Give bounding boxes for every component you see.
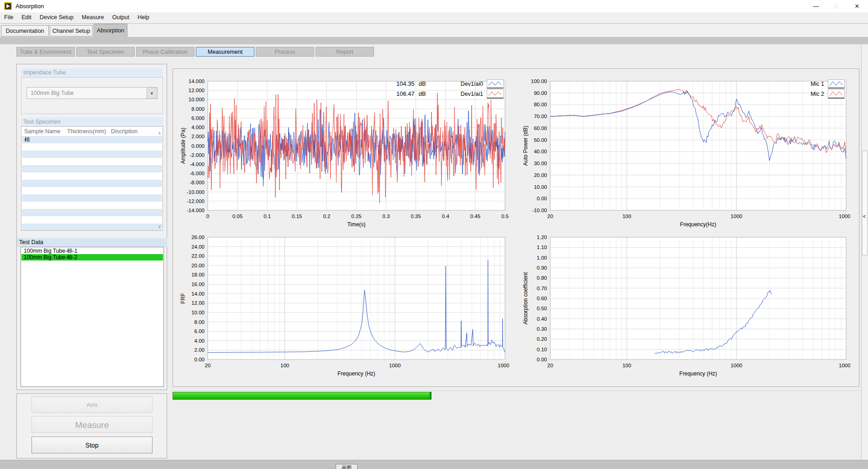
svg-text:26.00: 26.00	[191, 234, 205, 240]
svg-text:20.00: 20.00	[191, 263, 205, 268]
svg-text:2.00: 2.00	[195, 347, 205, 353]
col-discription: Discription	[111, 127, 137, 136]
svg-text:Absorption coefficient: Absorption coefficient	[522, 272, 529, 324]
table-row[interactable]	[22, 187, 162, 194]
svg-text:4.00: 4.00	[195, 338, 205, 344]
svg-text:20.00: 20.00	[534, 172, 547, 178]
time-waveform-chart: 14.00012.00010.0008.0006.0004.0002.0000.…	[179, 75, 509, 230]
svg-text:24.00: 24.00	[191, 244, 205, 250]
col-sample-name: Sample Name	[24, 127, 60, 136]
svg-text:1000: 1000	[731, 363, 742, 368]
table-row[interactable]	[22, 143, 162, 151]
table-row[interactable]	[22, 180, 162, 187]
svg-text:0.00: 0.00	[537, 357, 547, 362]
tab-channel-setup[interactable]: Channel Setup	[50, 25, 93, 36]
table-row[interactable]	[22, 194, 162, 202]
readout-value: 104.35	[396, 80, 415, 87]
svg-text:4.000: 4.000	[191, 125, 205, 130]
svg-text:0.60: 0.60	[537, 296, 547, 301]
minimize-button[interactable]: —	[806, 0, 826, 12]
subtab-test-specimen[interactable]: Test Specimen	[76, 47, 135, 57]
menu-file[interactable]: File	[0, 12, 17, 24]
svg-text:10000: 10000	[839, 363, 850, 368]
table-row[interactable]: 棉	[22, 136, 162, 143]
page-scrollbar-thumb[interactable]	[862, 151, 868, 255]
legend-plot-icon	[828, 79, 845, 89]
svg-text:0.45: 0.45	[470, 214, 480, 219]
page-scrollbar[interactable]: <	[861, 44, 868, 460]
svg-text:10000: 10000	[839, 214, 850, 219]
svg-text:40.00: 40.00	[534, 149, 547, 154]
svg-text:0.80: 0.80	[537, 275, 547, 281]
svg-text:0.2: 0.2	[323, 214, 330, 219]
svg-text:-10.000: -10.000	[187, 189, 205, 195]
measure-button[interactable]: Measure	[32, 416, 153, 433]
list-item[interactable]: 100mm Big Tube-棉-2	[21, 254, 163, 261]
svg-text:30.00: 30.00	[534, 161, 547, 166]
subtab-process[interactable]: Process	[256, 47, 314, 57]
bottom-tab-paint[interactable]: 画图	[336, 464, 358, 469]
svg-text:60.00: 60.00	[534, 125, 547, 131]
svg-text:10000: 10000	[498, 363, 509, 368]
subtab-phase-calibration[interactable]: Phase Calibration	[136, 47, 195, 57]
app-icon	[4, 2, 12, 10]
stop-button[interactable]: Stop	[32, 437, 153, 453]
table-row[interactable]	[22, 216, 162, 224]
subtab-report[interactable]: Report	[316, 47, 374, 57]
title-bar: Absorption — □ ✕	[0, 0, 868, 12]
dropdown-arrow-icon[interactable]: ▼	[147, 88, 157, 99]
impedance-tube-value: 100mm Big Tube	[31, 90, 74, 96]
svg-text:18.00: 18.00	[191, 272, 205, 277]
col-thickness: Thickness(mm)	[67, 127, 106, 136]
table-row[interactable]	[22, 165, 162, 172]
maximize-button[interactable]: □	[826, 0, 846, 12]
legend-readout: 104.35dB	[396, 80, 426, 87]
arm-button[interactable]: Arm	[32, 396, 153, 413]
svg-text:1.10: 1.10	[537, 245, 547, 250]
subtab-measurement[interactable]: Measurement	[196, 47, 254, 57]
table-row[interactable]	[22, 209, 162, 216]
svg-text:80.00: 80.00	[534, 102, 547, 107]
svg-text:0.20: 0.20	[537, 336, 547, 342]
svg-text:0.90: 0.90	[537, 265, 547, 271]
impedance-tube-dropdown[interactable]: 100mm Big Tube ▼	[26, 87, 158, 99]
svg-text:1.00: 1.00	[537, 255, 547, 261]
svg-text:-14.000: -14.000	[187, 208, 205, 213]
legend-label: Dev1/ai1	[437, 91, 483, 97]
svg-text:8.000: 8.000	[191, 106, 205, 112]
tab-absorption[interactable]: Absorption	[94, 24, 127, 37]
svg-text:Auto Power (dB): Auto Power (dB)	[522, 125, 529, 166]
svg-text:0.000: 0.000	[191, 143, 205, 149]
collapse-left-icon[interactable]: <	[863, 214, 866, 219]
svg-text:Amplitude (Pa): Amplitude (Pa)	[180, 128, 186, 164]
svg-text:0.4: 0.4	[442, 214, 450, 219]
svg-text:20: 20	[205, 363, 211, 368]
svg-text:Frequency(Hz): Frequency(Hz)	[680, 221, 716, 228]
table-row[interactable]	[22, 202, 162, 209]
svg-text:100: 100	[622, 214, 631, 219]
svg-text:-10.00: -10.00	[532, 208, 547, 213]
test-specimen-table[interactable]: Sample Name Thickness(mm) Discription ∧ …	[21, 126, 163, 231]
legend-label: Mic 2	[779, 91, 824, 97]
menu-help[interactable]: Help	[133, 12, 153, 24]
table-row[interactable]	[22, 172, 162, 180]
test-data-list[interactable]: 100mm Big Tube-棉-1100mm Big Tube-棉-2	[21, 247, 164, 387]
list-item[interactable]: 100mm Big Tube-棉-1	[21, 248, 163, 254]
menu-device-setup[interactable]: Device Setup	[36, 12, 78, 24]
subtab-tube-environment[interactable]: Tube & Environment	[16, 47, 75, 57]
table-row[interactable]	[22, 158, 162, 165]
test-data-header: Test Data	[17, 238, 167, 247]
scroll-down-icon[interactable]: ∨	[158, 224, 161, 229]
table-row[interactable]	[22, 224, 162, 231]
table-row[interactable]	[22, 151, 162, 158]
legend-label: Mic 1	[779, 81, 824, 87]
tab-documentation[interactable]: Documentation	[1, 25, 49, 36]
test-specimen-table-header: Sample Name Thickness(mm) Discription ∧	[21, 127, 163, 136]
menu-output[interactable]: Output	[108, 12, 134, 24]
svg-text:0.1: 0.1	[263, 214, 271, 219]
menu-edit[interactable]: Edit	[17, 12, 36, 24]
close-button[interactable]: ✕	[847, 0, 867, 12]
svg-text:0.40: 0.40	[537, 316, 547, 322]
svg-text:-8.000: -8.000	[189, 180, 205, 185]
menu-measure[interactable]: Measure	[78, 12, 108, 24]
